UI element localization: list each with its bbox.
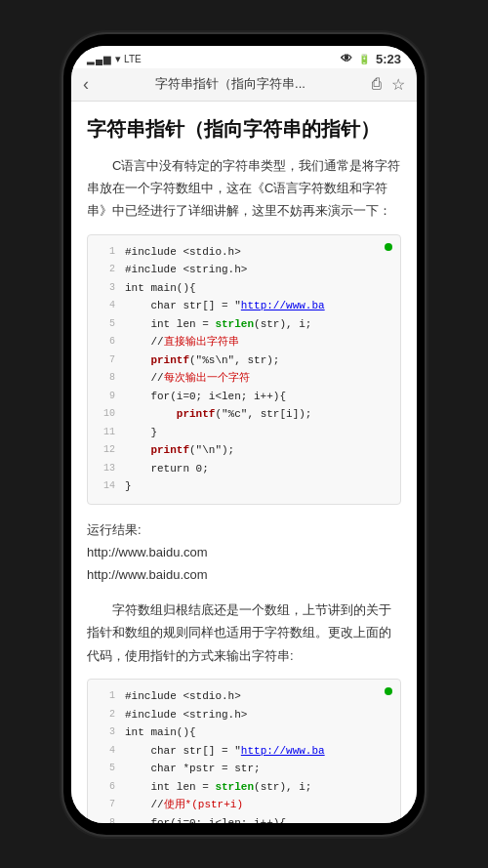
code-block-1: 1 #include <stdio.h> 2 #include <string.… [87, 234, 401, 505]
code-line-2-4: 4 char str[] = "http://www.ba [88, 742, 400, 761]
code-line-2-3: 3 int main(){ [88, 723, 400, 742]
code-line-1-8: 8 //每次输出一个字符 [88, 369, 400, 388]
code-line-1-13: 13 return 0; [88, 460, 400, 478]
code-line-1-11: 11 } [88, 424, 400, 442]
code-line-2-5: 5 char *pstr = str; [88, 760, 400, 778]
nav-bar: ‹ 字符串指针（指向字符串... ⎙ ☆ [71, 68, 417, 102]
code-line-1-12: 12 printf("\n"); [88, 441, 400, 460]
code-line-1-6: 6 //直接输出字符串 [88, 333, 400, 351]
green-dot-1 [385, 243, 392, 251]
eye-icon: 👁 [341, 52, 352, 65]
run-line-1: http://www.baidu.com [87, 541, 401, 563]
network-icon: LTE [124, 54, 142, 64]
nav-actions: ⎙ ☆ [372, 75, 405, 94]
code-line-1-1: 1 #include <stdio.h> [88, 243, 400, 262]
share-icon[interactable]: ⎙ [372, 75, 382, 93]
code-line-1-2: 2 #include <string.h> [88, 261, 400, 279]
phone-frame: ▂▄▆ ▾ LTE 👁 🔋 5:23 ‹ 字符串指针（指向字符串... ⎙ ☆ … [63, 34, 425, 835]
green-dot-2 [385, 687, 392, 695]
code-line-2-7: 7 //使用*(pstr+i) [88, 796, 400, 814]
code-line-1-7: 7 printf("%s\n", str); [88, 351, 400, 370]
code-line-1-3: 3 int main(){ [88, 279, 400, 298]
phone-screen: ▂▄▆ ▾ LTE 👁 🔋 5:23 ‹ 字符串指针（指向字符串... ⎙ ☆ … [71, 46, 417, 823]
status-bar: ▂▄▆ ▾ LTE 👁 🔋 5:23 [71, 46, 417, 68]
code-line-1-9: 9 for(i=0; i<len; i++){ [88, 388, 400, 406]
code-line-2-6: 6 int len = strlen(str), i; [88, 778, 400, 797]
code-line-1-14: 14 } [88, 477, 400, 496]
status-left: ▂▄▆ ▾ LTE [87, 53, 142, 65]
nav-title: 字符串指针（指向字符串... [89, 75, 372, 93]
clock: 5:23 [376, 52, 401, 66]
battery-icon: 🔋 [358, 54, 370, 64]
content-area[interactable]: 字符串指针（指向字符串的指针） C语言中没有特定的字符串类型，我们通常是将字符串… [71, 102, 417, 823]
intro-paragraph: C语言中没有特定的字符串类型，我们通常是将字符串放在一个字符数组中，这在《C语言… [87, 154, 401, 223]
code-line-2-2: 2 #include <string.h> [88, 706, 400, 724]
signal-icon: ▂▄▆ [87, 54, 112, 64]
star-icon[interactable]: ☆ [391, 75, 405, 94]
page-title: 字符串指针（指向字符串的指针） [87, 115, 401, 143]
run-line-2: http://www.baidu.com [87, 563, 401, 586]
code-block-2: 1 #include <stdio.h> 2 #include <string.… [87, 679, 401, 822]
run-label: 运行结果: [87, 518, 401, 541]
code-line-1-4: 4 char str[] = "http://www.ba [88, 297, 400, 315]
status-right: 👁 🔋 5:23 [341, 52, 401, 66]
code-line-2-8: 8 for(i=0; i<len; i++){ [88, 814, 400, 823]
code-line-1-5: 5 int len = strlen(str), i; [88, 315, 400, 334]
run-result: 运行结果: http://www.baidu.com http://www.ba… [87, 518, 401, 587]
code-line-1-10: 10 printf("%c", str[i]); [88, 405, 400, 424]
wifi-icon: ▾ [115, 53, 121, 65]
code-line-2-1: 1 #include <stdio.h> [88, 687, 400, 706]
paragraph-2: 字符数组归根结底还是一个数组，上节讲到的关于指针和数组的规则同样也适用于字符数组… [87, 599, 401, 667]
